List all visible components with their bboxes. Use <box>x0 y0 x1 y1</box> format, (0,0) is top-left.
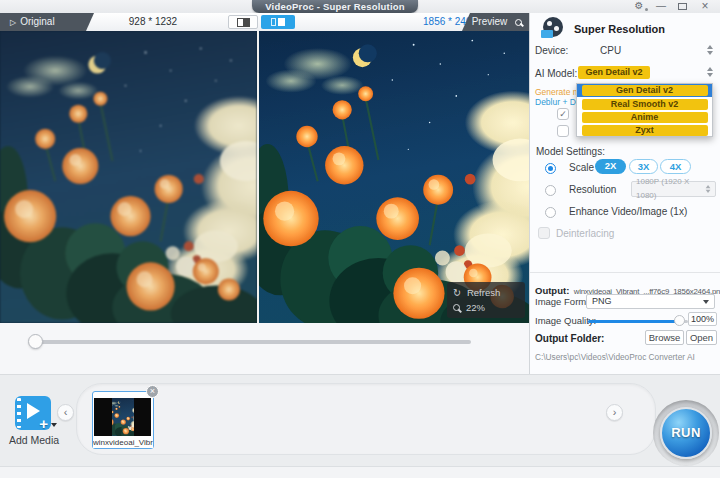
dropdown-option-anime[interactable]: Anime <box>577 111 712 124</box>
resolution-radio[interactable] <box>545 185 556 196</box>
media-tray <box>76 383 656 455</box>
original-photo[interactable] <box>0 31 257 323</box>
thumbnail-image <box>94 398 151 436</box>
image-quality-slider-handle[interactable] <box>674 315 685 326</box>
device-spinner-icon[interactable] <box>706 45 713 55</box>
resolution-label: Resolution <box>569 184 616 195</box>
add-media-caret-icon <box>51 423 57 427</box>
compare-right-icon <box>278 18 285 26</box>
ai-model-label: AI Model: <box>535 68 577 79</box>
footer-strip <box>0 466 720 478</box>
zoom-indicator[interactable]: 22% <box>453 302 519 313</box>
single-view-toggle[interactable] <box>228 15 258 29</box>
scroll-right-button[interactable]: › <box>606 404 623 421</box>
ai-model-spinner-icon[interactable] <box>706 67 713 77</box>
thumbnail-label: winxvideoai_Vibr <box>93 437 153 448</box>
option2-checkbox[interactable] <box>557 125 569 137</box>
check-icon: ✓ <box>559 109 567 119</box>
media-thumbnail[interactable]: winxvideoai_Vibr <box>92 391 154 449</box>
image-quality-value: 100% <box>688 312 717 326</box>
videoproc-window: VideoProc - Super Resolution ⚙ — × ▷Orig… <box>0 0 720 478</box>
panel-title: Super Resolution <box>574 23 665 35</box>
device-label: Device: <box>535 45 568 56</box>
ai-model-dropdown: Gen Detail v2 Real Smooth v2 Anime Zyxt <box>576 83 713 137</box>
image-format-select[interactable]: PNG <box>586 294 715 309</box>
minimize-icon[interactable]: — <box>655 0 667 12</box>
thumbnail-close-icon[interactable]: × <box>146 385 159 398</box>
scale-label: Scale <box>569 162 594 173</box>
enhanced-photo[interactable] <box>259 31 532 323</box>
preview-scrollbar-track[interactable] <box>35 340 471 344</box>
zoom-magnifier-icon <box>453 304 460 311</box>
close-icon[interactable]: × <box>699 0 711 12</box>
refresh-icon: ↻ <box>453 287 461 298</box>
scale-4x-button[interactable]: 4X <box>660 159 691 174</box>
magnifier-icon <box>515 19 522 26</box>
model-settings-label: Model Settings: <box>536 146 605 157</box>
original-size: 928 * 1232 <box>108 13 198 31</box>
play-icon: ▷ <box>10 18 16 27</box>
compare-left-icon <box>271 18 276 26</box>
panel-divider <box>530 272 720 273</box>
zoom-value: 22% <box>466 302 485 313</box>
preview-overlay: ↻ Refresh 22% <box>447 282 525 318</box>
browse-button[interactable]: Browse <box>645 330 684 345</box>
original-tab-label: Original <box>20 16 54 27</box>
ai-model-value[interactable]: Gen Detail v2 <box>578 66 650 79</box>
add-media-label: Add Media <box>4 434 64 446</box>
deinterlacing-checkbox[interactable] <box>538 227 550 239</box>
enhance-radio[interactable] <box>545 207 556 218</box>
option1-checkbox[interactable]: ✓ <box>557 108 569 120</box>
output-path: C:\Users\pc\Videos\VideoProc Converter A… <box>535 352 695 362</box>
preview-tab-label: Preview <box>472 16 508 27</box>
maximize-icon[interactable] <box>678 3 687 10</box>
scale-radio[interactable] <box>545 163 556 174</box>
split-view-icon <box>237 18 250 27</box>
enhance-label: Enhance Video/Image (1x) <box>569 206 687 217</box>
tab-original[interactable]: ▷Original <box>0 13 94 31</box>
preview-scrollbar-handle[interactable] <box>28 334 43 349</box>
window-title: VideoProc - Super Resolution <box>252 0 418 13</box>
resolution-spinner-icon <box>705 185 710 193</box>
photo-divider <box>257 31 259 323</box>
resolution-value: 1080P (1920 X 1080) <box>636 175 705 203</box>
preview-area <box>0 31 532 323</box>
refresh-label: Refresh <box>467 287 500 298</box>
scale-3x-button[interactable]: 3X <box>629 159 658 174</box>
plus-icon: + <box>39 415 48 432</box>
gear-dot-icon <box>645 8 648 11</box>
dropdown-option-real-smooth-v2[interactable]: Real Smooth v2 <box>577 97 712 110</box>
settings-panel: Super Resolution Device: CPU AI Model: G… <box>529 13 720 374</box>
image-quality-slider-track[interactable] <box>588 320 680 323</box>
device-value[interactable]: CPU <box>600 45 621 56</box>
scroll-left-button[interactable]: ‹ <box>57 404 74 421</box>
format-caret-icon <box>703 300 709 304</box>
side-by-side-toggle[interactable] <box>261 15 295 29</box>
super-resolution-icon <box>541 17 565 41</box>
dropdown-option-gen-detail-v2[interactable]: Gen Detail v2 <box>577 84 712 97</box>
dropdown-option-zyxt[interactable]: Zyxt <box>577 124 712 137</box>
deinterlacing-label: Deinterlacing <box>556 228 614 239</box>
scale-2x-button[interactable]: 2X <box>595 159 626 174</box>
image-format-value: PNG <box>592 295 612 308</box>
open-button[interactable]: Open <box>686 330 717 345</box>
preview-scroll-belt <box>0 323 532 374</box>
output-folder-label: Output Folder: <box>535 333 604 344</box>
output-label: Output: <box>535 285 569 296</box>
add-media-button[interactable]: + <box>15 396 51 430</box>
run-button[interactable]: RUN <box>660 407 712 459</box>
refresh-button[interactable]: ↻ Refresh <box>453 287 519 298</box>
preview-button[interactable]: Preview <box>462 13 532 31</box>
resolution-select[interactable]: 1080P (1920 X 1080) <box>631 181 716 197</box>
gear-icon[interactable]: ⚙ <box>633 0 645 12</box>
